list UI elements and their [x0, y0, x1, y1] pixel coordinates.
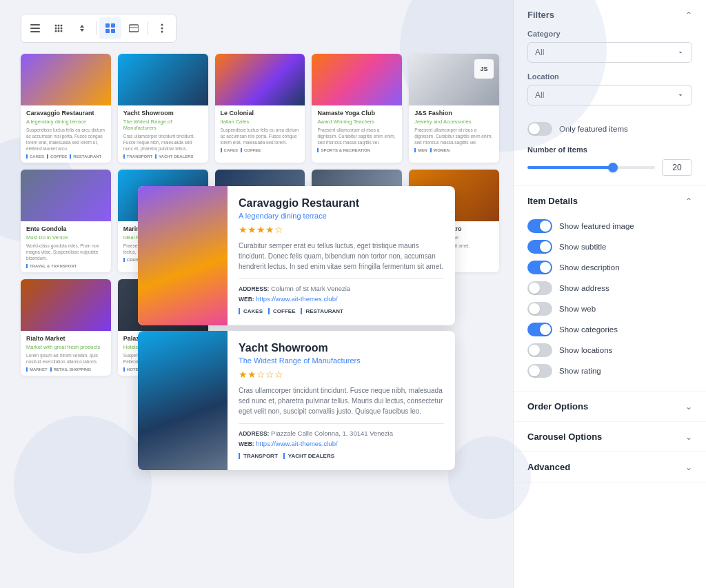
card-title: Ente Gondola — [26, 225, 105, 233]
card-tags: Travel & Transport — [26, 264, 105, 268]
exp-tag: Coffee — [268, 308, 295, 314]
svg-rect-1 — [30, 28, 40, 29]
show-address-knob — [529, 283, 540, 294]
toggle-row-show-address: Show address — [527, 278, 692, 298]
card-tags: TransportYacht Dealers — [123, 154, 203, 159]
expanded-card-exp-yacht[interactable]: Yacht Showroom The Widest Range of Manuf… — [138, 331, 455, 470]
card-title: Caravaggio Restaurant — [26, 110, 105, 117]
show-web-toggle[interactable] — [527, 302, 552, 316]
show-address-toggle[interactable] — [527, 281, 552, 295]
grid-card-rialto[interactable]: Rialto Market Market with great fresh pr… — [21, 279, 111, 376]
svg-rect-15 — [111, 29, 115, 33]
location-label: Location — [527, 72, 692, 81]
show-subtitle-knob — [540, 241, 551, 252]
svg-point-10 — [58, 30, 60, 32]
main-content: Caravaggio Restaurant A legendary dining… — [0, 0, 513, 588]
more-options-button[interactable] — [151, 17, 173, 39]
svg-point-20 — [161, 31, 163, 33]
location-select[interactable]: All — [527, 85, 692, 105]
grid-row-1: Caravaggio Restaurant A legendary dining… — [21, 54, 499, 163]
filters-header[interactable]: Filters ⌃ — [514, 0, 706, 30]
svg-point-8 — [61, 28, 63, 30]
show-address-label: Show address — [559, 284, 609, 292]
show-locations-toggle[interactable] — [527, 343, 552, 357]
card-subtitle: Jewelry and Accessories — [414, 119, 494, 125]
show-rating-toggle[interactable] — [527, 364, 552, 378]
card-image — [118, 54, 208, 105]
card-tag: Coffee — [47, 154, 67, 159]
item-details-header[interactable]: Item Details ⌃ — [514, 186, 706, 216]
show-categories-toggle[interactable] — [527, 323, 552, 336]
show-featured-toggle[interactable] — [527, 219, 552, 233]
grid-card-caravaggio[interactable]: Caravaggio Restaurant A legendary dining… — [21, 54, 111, 163]
exp-tag: Transport — [239, 453, 278, 459]
slider-fill — [527, 166, 610, 169]
order-options-section: Order Options ⌄ — [514, 392, 706, 422]
card-title: Yacht Showroom — [123, 110, 203, 117]
grid-view-button[interactable] — [99, 17, 121, 39]
svg-rect-13 — [111, 23, 115, 28]
card-tags: MarketRetail Shopping — [26, 367, 105, 372]
featured-toggle-row: Only featured items — [514, 115, 706, 145]
grid-card-yacht[interactable]: Yacht Showroom The Widest Range of Manuf… — [118, 54, 208, 163]
slider-row: 20 — [527, 159, 692, 176]
svg-point-18 — [161, 24, 163, 26]
card-image — [21, 279, 111, 331]
card-tags: MenWomen — [414, 148, 494, 152]
card-image — [21, 170, 111, 221]
card-text: Praesent ullamcorper at risus a dignissi… — [414, 127, 494, 145]
card-tags: CakesCoffeeRestaurant — [26, 154, 105, 159]
grid-card-fashion[interactable]: JS J&S Fashion Jewelry and Accessories P… — [409, 54, 499, 163]
carousel-options-header[interactable]: Carousel Options ⌄ — [514, 422, 706, 452]
featured-toggle[interactable] — [527, 122, 552, 136]
exp-card-subtitle: A legendary dining terrace — [239, 212, 444, 220]
slider-thumb[interactable] — [608, 163, 618, 172]
svg-point-11 — [61, 30, 63, 32]
svg-rect-0 — [30, 24, 40, 26]
svg-point-5 — [61, 25, 63, 27]
card-tag: Market — [26, 367, 48, 372]
category-select[interactable]: All — [527, 42, 692, 63]
filters-chevron: ⌃ — [685, 10, 692, 20]
grid-card-namaste[interactable]: Namaste Yoga Club Award Winning Teachers… — [312, 54, 402, 163]
card-tag: Sports & Recreation — [317, 148, 370, 152]
toggle-row-show-featured: Show featured image — [527, 216, 692, 236]
card-title: Rialto Market — [26, 335, 105, 343]
show-description-toggle[interactable] — [527, 261, 552, 274]
card-tag: Travel & Transport — [26, 264, 77, 268]
exp-tag: Cakes — [239, 308, 263, 314]
order-options-title: Order Options — [527, 401, 588, 412]
toggle-row-show-subtitle: Show subtitle — [527, 236, 692, 257]
advanced-header[interactable]: Advanced ⌄ — [514, 452, 706, 482]
card-subtitle: Award Winning Teachers — [317, 119, 396, 125]
show-categories-label: Show categories — [559, 325, 618, 334]
expanded-card-exp-caravaggio[interactable]: Caravaggio Restaurant A legendary dining… — [138, 186, 455, 325]
exp-address: Address: Piazzale Calle Colonna, 1, 3014… — [239, 429, 444, 437]
card-image — [21, 54, 111, 105]
card-text: World-class gondola rides. Proin non mag… — [26, 243, 105, 261]
show-subtitle-toggle[interactable] — [527, 240, 552, 254]
exp-web-link[interactable]: https://www.ait-themes.club/ — [256, 295, 337, 303]
order-options-header[interactable]: Order Options ⌄ — [514, 392, 706, 421]
grid-card-gondola[interactable]: Ente Gondola Must Do in Venice World-cla… — [21, 170, 111, 272]
featured-label: Only featured items — [559, 125, 628, 133]
items-count-input[interactable]: 20 — [662, 159, 692, 176]
svg-point-6 — [55, 28, 57, 30]
item-details-section: Item Details ⌃ Show featured image Show … — [514, 186, 706, 392]
grid-card-colonial[interactable]: Le Colonial Italian Cafes Suspendisse lu… — [215, 54, 305, 163]
dots-view-button[interactable] — [48, 17, 70, 39]
exp-card-title: Caravaggio Restaurant — [239, 197, 444, 210]
exp-tags: TransportYacht Dealers — [239, 453, 444, 459]
card-view-button[interactable] — [123, 17, 145, 39]
card-tag: Cafes — [221, 148, 238, 152]
sort-button[interactable] — [71, 17, 93, 39]
toggle-row-show-web: Show web — [527, 298, 692, 319]
exp-tag: Restaurant — [301, 308, 343, 314]
exp-web: Web: https://www.ait-themes.club/ — [239, 440, 444, 447]
exp-web-link[interactable]: https://www.ait-themes.club/ — [256, 440, 337, 447]
advanced-chevron: ⌄ — [685, 463, 692, 472]
list-view-button[interactable] — [24, 17, 46, 39]
card-subtitle: Market with great fresh products — [26, 344, 105, 350]
toggle-row-show-locations: Show locations — [527, 340, 692, 361]
card-subtitle: The Widest Range of Manufacturers — [123, 119, 203, 131]
